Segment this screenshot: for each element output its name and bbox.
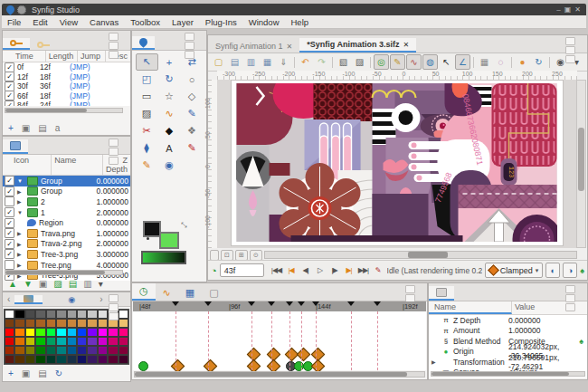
thumbnail-button[interactable]: ⊞: [235, 250, 248, 261]
color-swatch[interactable]: [5, 328, 14, 337]
jump-link[interactable]: (JMP): [70, 81, 90, 91]
onion-skin-button[interactable]: ◌: [493, 54, 508, 70]
expander-icon[interactable]: ▼: [17, 210, 24, 215]
color-swatch[interactable]: [87, 346, 97, 355]
canvas-vscrollbar[interactable]: [576, 80, 586, 248]
color-swatch[interactable]: [5, 355, 14, 364]
palette-prev-button[interactable]: ‹: [3, 294, 14, 304]
lower-layer-button[interactable]: ▼: [24, 279, 33, 289]
color-swatch[interactable]: [98, 337, 108, 346]
color-swatch[interactable]: [14, 328, 24, 337]
color-swatch[interactable]: [25, 355, 35, 364]
keyframe-marker[interactable]: [298, 301, 305, 306]
expander-icon[interactable]: ▶: [17, 198, 24, 205]
close-button[interactable]: ✕: [574, 5, 581, 14]
background-render-button[interactable]: ●: [515, 54, 530, 70]
color-swatch[interactable]: [108, 328, 118, 337]
param-row[interactable]: ▶Transformation210.796591px, -72.46291: [429, 357, 587, 368]
save-file-button[interactable]: ▥: [243, 54, 259, 70]
timetrack-area[interactable]: [133, 311, 426, 370]
color-swatch[interactable]: [56, 346, 66, 355]
expander-icon[interactable]: ▶: [17, 251, 24, 257]
layer-checkbox[interactable]: [5, 260, 14, 270]
color-swatch[interactable]: [87, 319, 97, 328]
color-swatch[interactable]: [98, 319, 108, 328]
menu-help[interactable]: Help: [291, 17, 309, 27]
polygon-tool[interactable]: ◇: [181, 88, 204, 105]
sketch-tool[interactable]: ✎: [136, 157, 158, 174]
keyframe-marker[interactable]: [172, 301, 179, 306]
layer-row[interactable]: ▶21.000000: [3, 196, 130, 207]
tab-keyframes-2[interactable]: [30, 40, 57, 50]
add-color-button[interactable]: +: [8, 368, 14, 378]
color-swatch[interactable]: [56, 355, 66, 364]
keyframe-marker[interactable]: [312, 301, 319, 306]
color-swatch[interactable]: [35, 310, 45, 319]
close-tab-icon[interactable]: ✕: [403, 41, 409, 49]
next-keyframe-button[interactable]: ▶|: [343, 264, 356, 277]
color-swatch[interactable]: [119, 328, 128, 337]
maximize-button[interactable]: ▣: [564, 5, 572, 14]
color-swatch[interactable]: [14, 319, 24, 328]
keyframe-row[interactable]: ✓12f18f(JMP): [3, 72, 130, 82]
play-button[interactable]: ▷: [314, 264, 327, 277]
duplicate-keyframe-button[interactable]: ▣: [22, 123, 30, 133]
new-group-button[interactable]: ▨: [53, 279, 62, 289]
interpolation-dropdown[interactable]: Clamped ▾: [485, 263, 544, 278]
color-swatch[interactable]: [56, 319, 66, 328]
color-swatch[interactable]: [25, 310, 35, 319]
width-tool[interactable]: ✎: [181, 105, 204, 122]
color-swatch[interactable]: [108, 346, 118, 355]
future-onion-button[interactable]: ◑: [563, 263, 577, 278]
color-swatch[interactable]: [108, 355, 118, 364]
layer-row[interactable]: ✓▼Group0.000000: [3, 176, 130, 186]
color-swatch[interactable]: [98, 346, 108, 355]
color-swatch[interactable]: [46, 328, 56, 337]
color-swatch[interactable]: [67, 346, 77, 355]
color-swatch[interactable]: [46, 310, 56, 319]
tree-icon[interactable]: ♠: [580, 266, 584, 275]
tab-animation-3[interactable]: *Synfig Animation 3.sifz✕: [299, 38, 416, 53]
color-swatch[interactable]: [98, 355, 108, 364]
layer-row[interactable]: ✓▶Trava.png1.000000: [3, 228, 130, 239]
keyframe-checkbox[interactable]: ✓: [5, 72, 14, 81]
render-progress-button[interactable]: ⊡: [221, 250, 233, 261]
keyframe-marker[interactable]: [204, 301, 212, 306]
expander-icon[interactable]: ▶: [17, 262, 24, 268]
color-swatch[interactable]: [25, 328, 35, 337]
color-swatch[interactable]: [56, 328, 66, 337]
color-swatch[interactable]: [98, 310, 108, 319]
spline-tool[interactable]: ∿: [158, 105, 181, 122]
color-swatch[interactable]: [46, 355, 56, 364]
color-swatch[interactable]: [119, 337, 128, 346]
swap-colors-icon[interactable]: ⤡: [181, 221, 186, 230]
seek-begin-button[interactable]: |◀◀: [270, 264, 283, 277]
new-file-button[interactable]: ▢: [211, 54, 226, 70]
layer-row[interactable]: ✓▶Trava-2.png2.000000: [3, 239, 130, 250]
layer-checkbox[interactable]: ✓: [5, 207, 14, 217]
keyframe-checkbox[interactable]: ✓: [5, 81, 14, 91]
jump-link[interactable]: (JMP): [70, 100, 90, 106]
reset-colors-icon[interactable]: [147, 237, 149, 240]
keyframe-marker[interactable]: [374, 301, 381, 306]
params-hscroll[interactable]: [431, 371, 585, 377]
fill-tool[interactable]: ◆: [158, 122, 181, 139]
menu-edit[interactable]: Edit: [33, 17, 47, 27]
color-swatch[interactable]: [98, 328, 108, 337]
layer-checkbox[interactable]: ✓: [5, 239, 14, 249]
color-swatch[interactable]: [14, 337, 24, 346]
color-swatch[interactable]: [77, 310, 87, 319]
color-swatch[interactable]: [108, 337, 118, 346]
color-swatch[interactable]: [67, 310, 77, 319]
open-file-button[interactable]: ▤: [227, 54, 242, 70]
toggle-width-handles[interactable]: ◍: [422, 54, 438, 70]
keyframe-row[interactable]: ✓66f18f(JMP): [3, 91, 130, 101]
time-loop-button[interactable]: ⊙: [250, 250, 262, 261]
jump-link[interactable]: (JMP): [70, 72, 90, 81]
redo-button[interactable]: ↷: [314, 54, 329, 70]
menu-plug-ins[interactable]: Plug-Ins: [205, 17, 237, 27]
layer-checkbox[interactable]: ✓: [5, 218, 14, 228]
color-swatch[interactable]: [87, 337, 97, 346]
dock-buttons[interactable]: [109, 294, 128, 320]
layer-checkbox[interactable]: [5, 196, 14, 206]
